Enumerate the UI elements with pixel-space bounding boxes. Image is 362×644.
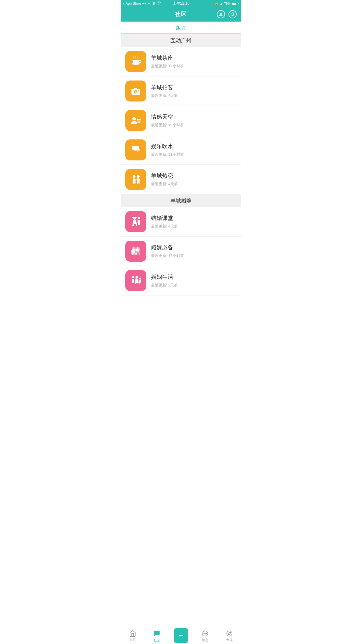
svg-rect-29 bbox=[139, 223, 140, 225]
item-text: 娱乐吹水 最近更新: 11小时前 bbox=[151, 143, 237, 157]
svg-rect-37 bbox=[137, 282, 138, 284]
main-content: 互动广州 羊城茶座 最近更新: 17小时前 bbox=[121, 34, 241, 313]
svg-line-2 bbox=[233, 15, 235, 16]
double-happiness-icon: 囍 囍 bbox=[125, 241, 146, 262]
svg-rect-10 bbox=[134, 88, 137, 89]
lock-icon: 🔒 bbox=[215, 2, 219, 6]
dot-4 bbox=[149, 3, 151, 4]
battery-percent: 79% bbox=[224, 2, 231, 5]
item-subtitle: 最近更新: 11小时前 bbox=[151, 152, 237, 157]
svg-point-38 bbox=[139, 278, 141, 280]
item-text: 羊城热恋 最近更新: 4天前 bbox=[151, 172, 237, 187]
item-subtitle: 最近更新: 4天前 bbox=[151, 181, 237, 187]
svg-rect-36 bbox=[135, 282, 136, 284]
list-item[interactable]: 娱乐吹水 最近更新: 11小时前 bbox=[121, 135, 241, 165]
list-item[interactable]: 情感天空 最近更新: 19小时前 bbox=[121, 106, 241, 135]
status-left: ‹ App Store ⌘ bbox=[123, 1, 161, 6]
svg-rect-22 bbox=[138, 181, 140, 184]
wifi-icon: ⌘ bbox=[152, 1, 161, 6]
battery-icon bbox=[232, 2, 239, 5]
family-icon bbox=[125, 270, 146, 291]
svg-point-9 bbox=[135, 91, 137, 93]
item-text: 婚姻生活 最近更新: 2天前 bbox=[151, 273, 237, 288]
back-arrow[interactable]: ‹ bbox=[123, 1, 124, 6]
svg-rect-33 bbox=[132, 281, 133, 283]
item-subtitle: 最近更新: 4天前 bbox=[151, 93, 237, 98]
item-subtitle: 最近更新: 2天前 bbox=[151, 283, 237, 288]
item-text: 羊城茶座 最近更新: 17小时前 bbox=[151, 54, 237, 69]
svg-rect-40 bbox=[139, 282, 140, 284]
item-subtitle: 最近更新: 17小时前 bbox=[151, 253, 237, 258]
svg-point-35 bbox=[136, 276, 138, 278]
svg-rect-25 bbox=[135, 224, 136, 226]
item-title: 娱乐吹水 bbox=[151, 143, 237, 150]
svg-rect-34 bbox=[133, 281, 134, 283]
item-text: 结婚课堂 最近更新: 4天前 bbox=[151, 214, 237, 229]
svg-rect-18 bbox=[133, 181, 134, 184]
svg-rect-21 bbox=[137, 181, 138, 184]
svg-point-1 bbox=[231, 13, 234, 15]
item-text: 羊城拍客 最近更新: 4天前 bbox=[151, 84, 237, 98]
svg-point-20 bbox=[137, 175, 140, 178]
search-icon[interactable] bbox=[229, 10, 237, 18]
header-icons bbox=[217, 10, 237, 18]
svg-point-11 bbox=[138, 90, 139, 91]
item-title: 婚姻生活 bbox=[151, 273, 237, 281]
item-title: 婚嫁必备 bbox=[151, 244, 237, 251]
status-time: 上午11:16 bbox=[173, 1, 190, 6]
camera-icon bbox=[125, 80, 146, 102]
item-subtitle: 最近更新: 4天前 bbox=[151, 224, 237, 229]
svg-rect-41 bbox=[140, 282, 141, 284]
list-item[interactable]: 羊城茶座 最近更新: 17小时前 bbox=[121, 47, 241, 76]
section-tab-bar: 版块 bbox=[121, 22, 241, 34]
page-title: 社区 bbox=[175, 10, 187, 18]
item-title: 羊城热恋 bbox=[151, 172, 237, 180]
item-text: 情感天空 最近更新: 19小时前 bbox=[151, 113, 237, 128]
tea-icon bbox=[125, 51, 146, 72]
item-title: 情感天空 bbox=[151, 113, 237, 121]
item-title: 羊城茶座 bbox=[151, 54, 237, 62]
svg-rect-28 bbox=[138, 223, 139, 225]
couple-icon bbox=[125, 169, 146, 190]
item-subtitle: 最近更新: 19小时前 bbox=[151, 123, 237, 128]
chat-bubble-icon bbox=[125, 139, 146, 160]
dot-1 bbox=[142, 3, 144, 4]
svg-point-0 bbox=[220, 13, 222, 14]
profile-list-icon bbox=[125, 110, 146, 131]
svg-point-6 bbox=[131, 63, 140, 65]
item-title: 羊城拍客 bbox=[151, 84, 237, 91]
item-subtitle: 最近更新: 17小时前 bbox=[151, 64, 237, 69]
location-icon: ▲ bbox=[220, 2, 223, 5]
svg-point-31 bbox=[132, 276, 134, 278]
profile-icon[interactable] bbox=[217, 10, 225, 18]
svg-point-12 bbox=[132, 117, 136, 120]
list-item[interactable]: 羊城热恋 最近更新: 4天前 bbox=[121, 165, 241, 194]
item-title: 结婚课堂 bbox=[151, 214, 237, 222]
list-item[interactable]: 羊城拍客 最近更新: 4天前 bbox=[121, 76, 241, 106]
status-right: 🔒 ▲ 79% bbox=[215, 2, 239, 6]
list-item[interactable]: 囍 囍 婚嫁必备 最近更新: 17小时前 bbox=[121, 237, 241, 266]
list-item[interactable]: 婚姻生活 最近更新: 2天前 bbox=[121, 266, 241, 295]
dot-2 bbox=[145, 3, 146, 4]
item-text: 婚嫁必备 最近更新: 17小时前 bbox=[151, 244, 237, 258]
svg-rect-24 bbox=[134, 224, 135, 226]
list-item[interactable]: 结婚课堂 最近更新: 4天前 bbox=[121, 207, 241, 237]
status-bar: ‹ App Store ⌘ 上午11:16 🔒 ▲ 79% bbox=[121, 0, 241, 7]
signal-dots bbox=[142, 3, 151, 4]
carrier-label: App Store bbox=[126, 1, 141, 6]
section-header-2: 羊城婚嫁 bbox=[121, 194, 241, 207]
tab-banblock[interactable]: 版块 bbox=[173, 24, 189, 31]
section-header-1: 互动广州 bbox=[121, 34, 241, 47]
svg-point-16 bbox=[133, 175, 136, 178]
dot-3 bbox=[147, 3, 149, 4]
svg-rect-19 bbox=[134, 181, 136, 184]
svg-point-26 bbox=[138, 217, 140, 219]
header: 社区 bbox=[121, 7, 241, 22]
wedding-icon bbox=[125, 211, 146, 232]
